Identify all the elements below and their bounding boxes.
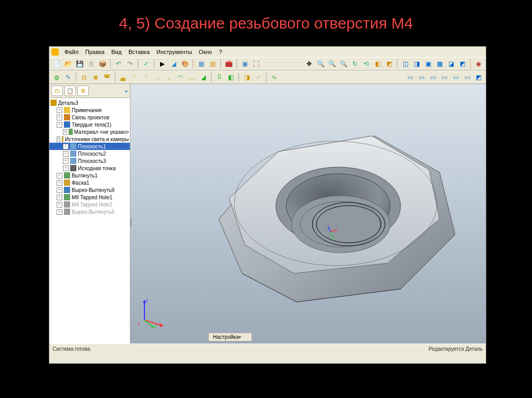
tree-tab-property[interactable]: 📋 [64,86,76,96]
expand-icon[interactable]: + [57,115,62,120]
expand-icon[interactable]: + [57,187,62,193]
feature-tree[interactable]: Деталь3 +Примечания+Связь проектов+Тверд… [49,98,130,344]
orbit-icon[interactable]: ⟲ [361,59,371,69]
fullscreen-icon[interactable]: ⛶ [251,59,261,69]
sketch-icon[interactable]: ◢ [168,59,179,69]
menu-tools[interactable]: Инструменты [153,48,195,56]
rib-icon[interactable]: ◡ [187,72,197,83]
window-icon[interactable]: ▣ [240,59,250,69]
expand-icon[interactable]: + [57,107,62,113]
menu-file[interactable]: Файл [61,48,82,56]
tree-item[interactable]: +Примечания [49,106,130,114]
shadow-icon[interactable]: ◪ [446,59,456,69]
mirror-icon[interactable]: ◧ [225,72,236,83]
tree-collapse-icon[interactable]: » [125,88,128,94]
expand-icon[interactable]: + [63,144,69,149]
tree-tab-config[interactable]: ⚙ [77,86,89,96]
shell-icon[interactable]: ◢ [198,72,208,83]
grid-icon[interactable]: ▦ [196,59,206,69]
expand-icon[interactable]: + [57,209,62,215]
print-icon[interactable]: ⎙ [86,59,96,69]
toolbox-icon[interactable]: 🧰 [223,59,234,69]
expand-icon[interactable]: + [63,129,67,135]
bottom-view-icon[interactable]: ▭ [462,72,472,83]
open-icon[interactable]: 📂 [63,59,73,69]
cut-icon[interactable]: ◛ [118,72,128,83]
redo-icon[interactable]: ↷ [125,59,135,69]
wireframe-icon[interactable]: ◫ [400,59,410,69]
tree-item[interactable]: +Вырез-Вытянуть9 [49,186,130,194]
tree-item[interactable]: +Плоскость1 [49,143,130,150]
menu-help[interactable]: ? [216,48,225,56]
hole-icon[interactable]: ◞ [152,72,163,83]
tree-item[interactable]: +M4 Tapped Hole2 [49,201,130,208]
undo-icon[interactable]: ↶ [113,59,124,69]
chamfer-icon[interactable]: ◠ [175,72,185,83]
menu-insert[interactable]: Вставка [125,48,153,56]
cut-revolve-icon[interactable]: ◜ [129,72,140,83]
tree-item[interactable]: +Твердые тела(1) [49,121,130,128]
expand-icon[interactable]: + [57,180,62,186]
tree-item[interactable]: +Плоскость2 [49,150,130,157]
box-icon[interactable]: ◩ [384,59,394,69]
panel-resize-handle[interactable] [130,104,132,340]
ref-plane-icon[interactable]: ◨ [242,72,252,83]
viewport-settings-button[interactable]: Настройка ▾ [208,333,252,341]
pan-icon[interactable]: ✥ [304,59,314,69]
zoom-icon[interactable]: 🔍 [315,59,326,69]
menu-window[interactable]: Окно [196,48,216,56]
expand-icon[interactable]: + [57,195,62,200]
zoom-in-icon[interactable]: 🔍 [327,59,337,69]
tree-item[interactable]: +Исходная точка [49,164,130,172]
shaded-edges-icon[interactable]: ▩ [434,59,445,69]
hidden-icon[interactable]: ◨ [411,59,422,69]
tree-tab-feature[interactable]: 🗀 [51,86,63,96]
tree-item[interactable]: +Материал <не указан> [49,128,130,135]
shaded-icon[interactable]: ▣ [423,59,433,69]
tree-item[interactable]: +M8 Tapped Hole1 [49,194,130,201]
fillet-icon[interactable]: ◟ [164,72,174,83]
expand-icon[interactable]: + [57,136,60,142]
3d-viewport[interactable]: z x y Настройка ▾ [130,84,486,344]
menu-edit[interactable]: Правка [82,48,108,56]
pattern-icon[interactable]: ⠿ [214,72,224,83]
expand-icon[interactable]: + [63,151,69,157]
package-icon[interactable]: 📦 [97,59,108,69]
revolve-icon[interactable]: ◙ [90,72,101,83]
top-view-icon[interactable]: ▭ [450,72,461,83]
tree-item[interactable]: +Источники света и камеры [49,135,130,143]
tree-item[interactable]: +Плоскость3 [49,157,130,164]
select-icon[interactable]: ▶ [157,59,167,69]
tree-item[interactable]: +Вытянуть1 [49,172,130,179]
menu-view[interactable]: Вид [108,48,125,56]
sweep-icon[interactable]: ◚ [102,72,112,83]
expand-icon[interactable]: + [57,173,62,179]
iso-view-icon[interactable]: ◩ [473,72,484,83]
section-icon[interactable]: ◩ [457,59,468,69]
tree-root[interactable]: Деталь3 [49,99,130,106]
tree-item[interactable]: +Вырез-Вытянуть5 [49,208,130,215]
new-icon[interactable]: 📄 [51,59,62,69]
boss-icon[interactable]: ◘ [79,72,89,83]
rotate-icon[interactable]: ↻ [350,59,360,69]
layers-icon[interactable]: ▤ [207,59,218,69]
expand-icon[interactable]: + [57,122,62,128]
view-normal-icon[interactable]: ◧ [373,59,383,69]
expand-icon[interactable]: + [57,202,62,208]
color-icon[interactable]: 🎨 [180,59,190,69]
right-view-icon[interactable]: ▭ [439,72,449,83]
expand-icon[interactable]: + [63,158,69,164]
ref-axis-icon[interactable]: ⟋ [253,72,263,83]
save-icon[interactable]: 💾 [74,59,85,69]
cut-sweep-icon[interactable]: ◝ [141,72,151,83]
texture-icon[interactable]: ◉ [473,59,484,69]
sketch-tool-icon[interactable]: ✎ [63,72,73,83]
extrude-icon[interactable]: ◍ [51,72,62,83]
back-view-icon[interactable]: ▭ [416,72,427,83]
zoom-fit-icon[interactable]: 🔍 [338,59,349,69]
curve-icon[interactable]: ∿ [269,72,280,83]
left-view-icon[interactable]: ▭ [428,72,438,83]
front-view-icon[interactable]: ▭ [405,72,415,83]
tree-item[interactable]: +Связь проектов [49,114,130,121]
expand-icon[interactable]: + [63,166,69,171]
